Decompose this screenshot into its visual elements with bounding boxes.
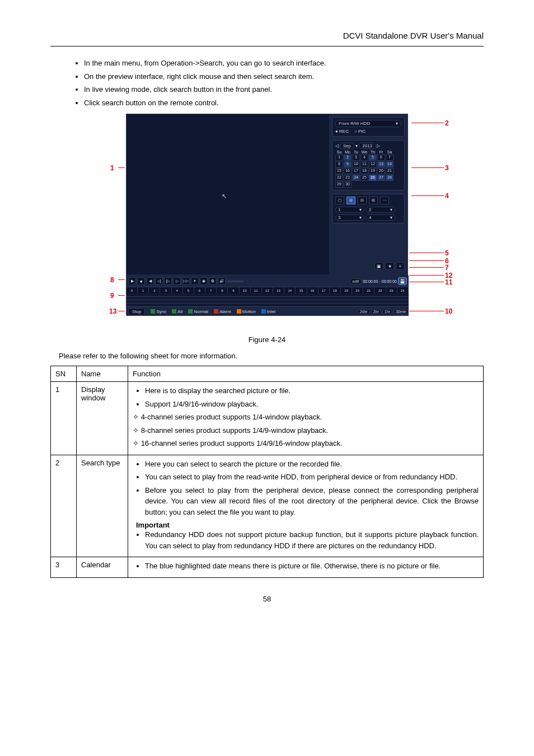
source-select[interactable]: From R/W HDD▾ <box>335 120 401 127</box>
pic-radio[interactable]: PIC <box>354 129 366 134</box>
calendar-day[interactable]: 29 <box>335 181 343 188</box>
calendar-day[interactable]: 16 <box>344 168 352 174</box>
motion-check[interactable]: Motion <box>237 309 256 314</box>
view-16-button[interactable]: ⊞ <box>369 197 378 204</box>
channel-2-select[interactable]: 2▾ <box>366 207 395 213</box>
sync-check[interactable]: Sync <box>151 309 166 314</box>
calendar-grid[interactable]: 1234567891011121314151617181920212223242… <box>335 155 401 188</box>
mark-button[interactable]: ★ <box>385 262 394 270</box>
ruler-tick: 9 <box>228 287 239 293</box>
calendar-day[interactable]: 15 <box>335 168 343 174</box>
calendar-day[interactable]: 26 <box>369 175 377 181</box>
ruler-tick: 22 <box>374 287 386 293</box>
clip-start-time: 00:00:00 <box>363 279 378 283</box>
vol-button[interactable]: 🔊 <box>218 277 226 285</box>
calendar-day[interactable]: 4 <box>360 155 368 161</box>
calendar-day[interactable]: 10 <box>352 161 360 167</box>
mark-add-button[interactable]: ✿ <box>209 277 217 285</box>
ruler-tick: 21 <box>363 287 374 293</box>
zoom-1hr[interactable]: 1hr <box>382 309 392 314</box>
ruler-tick: 8 <box>217 287 228 293</box>
calendar-day[interactable]: 5 <box>369 155 377 161</box>
prev-month-button[interactable]: ◁ <box>335 143 339 148</box>
card-button[interactable]: ▣ <box>374 262 383 270</box>
view-4-button[interactable]: ⊞ <box>346 197 355 204</box>
calendar-day[interactable]: 7 <box>386 155 394 161</box>
view-9-button[interactable]: ⊟ <box>358 197 367 204</box>
cell-sn: 2 <box>51 455 77 557</box>
calendar-day[interactable]: 30 <box>344 181 352 188</box>
calendar-day[interactable]: 25 <box>360 175 368 181</box>
calendar-day[interactable]: 1 <box>335 155 343 161</box>
cell-bullet: Here is to display the searched picture … <box>145 385 479 396</box>
fast-button[interactable]: ▷▷ <box>182 277 190 285</box>
display-window[interactable]: ↖ <box>127 114 329 274</box>
calendar-day[interactable]: 13 <box>377 161 385 167</box>
ruler-tick: 2 <box>149 287 160 293</box>
page-header: DCVI Standalone DVR User's Manual <box>50 22 484 46</box>
frame-next-button[interactable]: |▷ <box>164 277 172 285</box>
calendar-day[interactable]: 3 <box>352 155 360 161</box>
frame-prev-button[interactable]: ◁| <box>155 277 163 285</box>
calendar-day[interactable]: 17 <box>352 168 360 174</box>
time-bars[interactable] <box>127 293 409 307</box>
ruler-tick: 23 <box>386 287 397 293</box>
calendar-day[interactable]: 23 <box>344 175 352 181</box>
smart-button[interactable]: ✦ <box>191 277 199 285</box>
calendar-day[interactable]: 8 <box>335 161 343 167</box>
calendar-day[interactable]: 14 <box>386 161 394 167</box>
year-select[interactable]: 2013 <box>359 143 376 149</box>
ruler-tick: 24 <box>397 287 409 293</box>
mark-buttons-row: ▣ ★ ≡ <box>329 262 407 270</box>
cell-function: Here is to display the searched picture … <box>128 382 484 455</box>
slow-button[interactable]: ▷ <box>173 277 181 285</box>
calendar-day[interactable]: 12 <box>369 161 377 167</box>
rec-radio[interactable]: REC <box>335 129 349 134</box>
calendar-day[interactable]: 21 <box>386 168 394 174</box>
calendar-day[interactable]: 27 <box>377 175 385 181</box>
month-dropdown-icon[interactable]: ▾ <box>355 143 358 148</box>
zoom-2hr[interactable]: 2hr <box>371 309 381 314</box>
stop-button[interactable]: ■ <box>137 277 145 285</box>
stop-button-2[interactable]: Stop <box>128 308 145 315</box>
calendar-day[interactable]: 2 <box>344 155 352 161</box>
month-select[interactable]: Sep <box>340 143 354 149</box>
alarm-check[interactable]: Alarm <box>214 309 231 314</box>
view-more-button[interactable]: ⋯ <box>380 197 389 204</box>
edit-button[interactable]: edit <box>350 278 362 284</box>
ruler-tick: 6 <box>194 287 205 293</box>
calendar-day[interactable]: 18 <box>360 168 368 174</box>
volume-slider[interactable] <box>227 281 243 282</box>
clip-save-button[interactable]: 💾 <box>398 277 407 285</box>
intel-check[interactable]: Intel <box>261 309 275 314</box>
back-button[interactable]: ◀ <box>146 277 154 285</box>
calendar-day[interactable]: 20 <box>377 168 385 174</box>
calendar-day[interactable]: 24 <box>352 175 360 181</box>
snap-button[interactable]: ◉ <box>200 277 208 285</box>
calendar-day[interactable]: 19 <box>369 168 377 174</box>
record-type-bar: Stop Sync All Normal Alarm Motion Intel … <box>127 307 409 316</box>
calendar-day[interactable]: 9 <box>344 161 352 167</box>
zoom-24hr[interactable]: 24hr <box>358 309 370 314</box>
all-check[interactable]: All <box>172 309 182 314</box>
next-month-button[interactable]: ▷ <box>377 143 380 148</box>
normal-check[interactable]: Normal <box>188 309 208 314</box>
channel-1-select[interactable]: 1▾ <box>335 207 364 213</box>
time-ruler[interactable]: 0123456789101112131415161718192021222324 <box>127 287 409 293</box>
channel-3-select[interactable]: 3▾ <box>335 214 364 221</box>
play-button[interactable]: ▶ <box>128 277 136 285</box>
channel-4-select[interactable]: 4▾ <box>366 214 395 221</box>
file-list-button[interactable]: ≡ <box>396 262 405 270</box>
calendar-day[interactable]: 22 <box>335 175 343 181</box>
table-row: 3 Calendar The blue highlighted date mea… <box>51 557 484 578</box>
time-unit-buttons: 24hr 2hr 1hr 30min <box>358 309 409 314</box>
calendar-day[interactable]: 6 <box>377 155 385 161</box>
view-1-button[interactable]: ▢ <box>335 197 344 204</box>
callout-line-5 <box>409 253 444 253</box>
calendar-day[interactable]: 28 <box>386 175 394 181</box>
intro-item: In the main menu, from Operation->Search… <box>84 58 484 69</box>
calendar-day[interactable]: 11 <box>360 161 368 167</box>
cell-bullet: The blue highlighted date means there is… <box>145 561 479 572</box>
header-rule <box>50 46 484 46</box>
zoom-30min[interactable]: 30min <box>394 309 409 314</box>
